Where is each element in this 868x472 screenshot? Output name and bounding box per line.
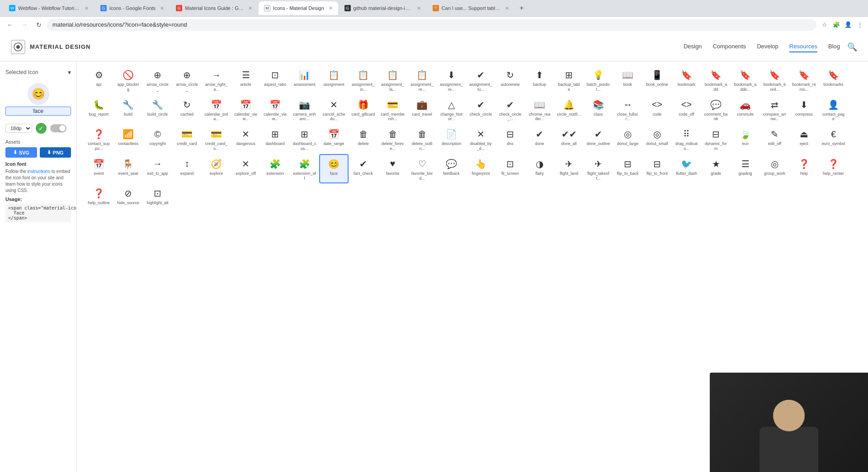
icon-cell-description[interactable]: 📄 description: [437, 124, 466, 154]
instructions-link[interactable]: instructions: [27, 169, 50, 174]
icon-cell-favorite[interactable]: ♥ favorite: [378, 154, 407, 184]
icon-cell-edit_off[interactable]: ✎ edit_off: [760, 124, 789, 154]
icon-cell-arrow_circle_[interactable]: ⊕ arrow_circle_: [172, 65, 202, 95]
back-button[interactable]: ←: [4, 19, 16, 31]
icon-cell-compare_arrow___[interactable]: ⇄ compare_arrow...: [760, 95, 789, 125]
new-tab-button[interactable]: +: [515, 2, 528, 14]
icon-cell-date_range[interactable]: 📅 date_range: [319, 124, 349, 154]
png-download-button[interactable]: ⬇ PNG: [40, 147, 71, 158]
icon-cell-bookmark_add[interactable]: 🔖 bookmark_add: [701, 65, 731, 95]
icon-cell-delete[interactable]: 🗑 delete: [349, 124, 378, 154]
icon-cell-delete_foreve___[interactable]: 🗑 delete_foreve...: [378, 124, 407, 154]
icon-cell-group_work[interactable]: ◎ group_work: [760, 154, 789, 184]
icon-cell-fingerprint[interactable]: 👆 fingerprint: [466, 154, 495, 184]
icon-cell-grading[interactable]: ☰ grading: [731, 154, 760, 184]
icon-cell-calendar_view___[interactable]: 📅 calendar_view...: [260, 95, 290, 125]
tab-close-material-design[interactable]: ✕: [329, 5, 333, 11]
icon-cell-euro_symbol[interactable]: € euro_symbol: [819, 124, 848, 154]
icon-cell-event_seat[interactable]: 🪑 event_seat: [113, 154, 143, 184]
icon-cell-bookmarks[interactable]: 🔖 bookmarks: [819, 65, 848, 95]
icon-cell-flutter_dash[interactable]: 🐦 flutter_dash: [672, 154, 701, 184]
nav-develop[interactable]: Develop: [757, 41, 778, 52]
tab-close-caniuse[interactable]: ✕: [505, 5, 509, 11]
nav-components[interactable]: Components: [712, 41, 746, 52]
forward-button[interactable]: →: [18, 19, 31, 31]
icon-cell-bug_report[interactable]: 🐛 bug_report: [84, 95, 113, 125]
tab-close-google-fonts[interactable]: ✕: [160, 5, 164, 11]
icon-cell-build_circle[interactable]: 🔧 build_circle: [143, 95, 172, 125]
icon-cell-donut_small[interactable]: ◎ donut_small: [642, 124, 672, 154]
icon-cell-extension[interactable]: 🧩 extension: [260, 154, 290, 184]
icon-cell-card_travel[interactable]: 💼 card_travel: [407, 95, 437, 125]
icon-cell-camera_enhanc___[interactable]: 📷 camera_enhanc...: [290, 95, 319, 125]
bookmark-star-icon[interactable]: ☆: [820, 20, 829, 29]
icon-cell-assessment[interactable]: 📊 assessment: [290, 65, 319, 95]
nav-design[interactable]: Design: [684, 41, 702, 52]
address-input[interactable]: [47, 19, 816, 31]
icon-cell-backup_table[interactable]: ⊞ backup_table: [554, 65, 584, 95]
icon-cell-fit_screen[interactable]: ⊡ fit_screen: [495, 154, 525, 184]
icon-cell-bookmark[interactable]: 🔖 bookmark: [672, 65, 701, 95]
dark-mode-toggle[interactable]: [50, 124, 66, 132]
icon-cell-batch_predict___[interactable]: 💡 batch_predict...: [584, 65, 613, 95]
icon-cell-commute[interactable]: 🚗 commute: [731, 95, 760, 125]
icon-cell-arrow_circle_[interactable]: ⊕ arrow_circle_: [143, 65, 172, 95]
icon-cell-assignment_re___[interactable]: 📋 assignment_re...: [407, 65, 437, 95]
icon-cell-code_off[interactable]: <> code_off: [672, 95, 701, 125]
icon-cell-extension_off[interactable]: 🧩 extension_off: [290, 154, 319, 184]
icon-cell-card_giftcard[interactable]: 🎁 card_giftcard: [349, 95, 378, 125]
account-icon[interactable]: 👤: [844, 20, 853, 29]
icon-cell-check_circle____[interactable]: ✔ check_circle_...: [495, 95, 525, 125]
sidebar-chevron-icon[interactable]: ▾: [68, 69, 71, 76]
icon-cell-favorite_bord___[interactable]: ♡ favorite_bord...: [407, 154, 437, 184]
icon-cell-credit_card[interactable]: 💳 credit_card: [172, 124, 202, 154]
icon-cell-help_outline[interactable]: ❓ help_outline: [84, 183, 113, 208]
icon-cell-highlight_alt[interactable]: ⊡ highlight_alt: [143, 183, 172, 208]
icon-cell-done_all[interactable]: ✔✔ done_all: [554, 124, 584, 154]
icon-cell-help_center[interactable]: ❓ help_center: [819, 154, 848, 184]
icon-cell-delete_outlin___[interactable]: 🗑 delete_outlin...: [407, 124, 437, 154]
icon-cell-app_blocking[interactable]: 🚫 app_blocking: [113, 65, 143, 95]
icon-cell-explore_off[interactable]: ✕ explore_off: [231, 154, 260, 184]
icon-cell-assignment[interactable]: 📋 assignment: [319, 65, 349, 95]
tab-caniuse[interactable]: ? Can I use... Support tables fo... ✕: [427, 1, 514, 15]
icon-cell-flight_land[interactable]: ✈ flight_land: [554, 154, 584, 184]
tab-close-webflow[interactable]: ✕: [85, 5, 89, 11]
icon-cell-help[interactable]: ❓ help: [789, 154, 819, 184]
tab-close-material-guide[interactable]: ✕: [248, 5, 252, 11]
icon-cell-donut_large[interactable]: ◎ donut_large: [613, 124, 642, 154]
icon-cell-backup[interactable]: ⬆ backup: [525, 65, 554, 95]
icon-cell-assignment_re___[interactable]: ⬇ assignment_re...: [437, 65, 466, 95]
tab-github[interactable]: G github material-design-icons/font at..…: [339, 1, 426, 15]
icon-cell-dangerous[interactable]: ✕ dangerous: [231, 124, 260, 154]
icon-cell-chrome_reader___[interactable]: 📖 chrome_reader...: [525, 95, 554, 125]
icon-cell-check_circle[interactable]: ✔ check_circle: [466, 95, 495, 125]
icon-cell-done_outline[interactable]: ✔ done_outline: [584, 124, 613, 154]
icon-cell-class[interactable]: 📚 class: [584, 95, 613, 125]
icon-cell-close_fullscr___[interactable]: ↔ close_fullscr...: [613, 95, 642, 125]
nav-resources[interactable]: Resources: [789, 41, 817, 52]
icon-cell-grade[interactable]: ★ grade: [701, 154, 731, 184]
icon-cell-bookmark_remo___[interactable]: 🔖 bookmark_remo...: [789, 65, 819, 95]
icon-cell-contact_suppo___[interactable]: ❓ contact_suppo...: [84, 124, 113, 154]
icon-cell-calendar_toda___[interactable]: 📅 calendar_toda...: [202, 95, 231, 125]
icon-cell-dashboard[interactable]: ⊞ dashboard: [260, 124, 290, 154]
icon-cell-contact_page[interactable]: 👤 contact_page: [819, 95, 848, 125]
icon-cell-flaky[interactable]: ◑ flaky: [525, 154, 554, 184]
icon-cell-dynamic_form[interactable]: ⊟ dynamic_form: [701, 124, 731, 154]
icon-cell-compress[interactable]: ⬇ compress: [789, 95, 819, 125]
icon-cell-book[interactable]: 📖 book: [613, 65, 642, 95]
icon-cell-feedback[interactable]: 💬 feedback: [437, 154, 466, 184]
icon-cell-eco[interactable]: 🍃 eco: [731, 124, 760, 154]
icon-cell-fact_check[interactable]: ✔ fact_check: [349, 154, 378, 184]
icon-cell-build[interactable]: 🔧 build: [113, 95, 143, 125]
icon-cell-dns[interactable]: ⊟ dns: [495, 124, 525, 154]
icon-cell-assignment_la___[interactable]: 📋 assignment_la...: [378, 65, 407, 95]
menu-icon[interactable]: ⋮: [855, 20, 864, 29]
tab-google-fonts[interactable]: G Icons - Google Fonts ✕: [95, 1, 170, 15]
icon-cell-expand[interactable]: ↕ expand: [172, 154, 202, 184]
icon-name-input[interactable]: [5, 107, 71, 116]
icon-cell-flight_takeoff___[interactable]: ✈ flight_takeoff...: [584, 154, 613, 184]
nav-blog[interactable]: Blog: [828, 41, 840, 52]
svg-download-button[interactable]: ⬇ SVG: [5, 147, 37, 158]
